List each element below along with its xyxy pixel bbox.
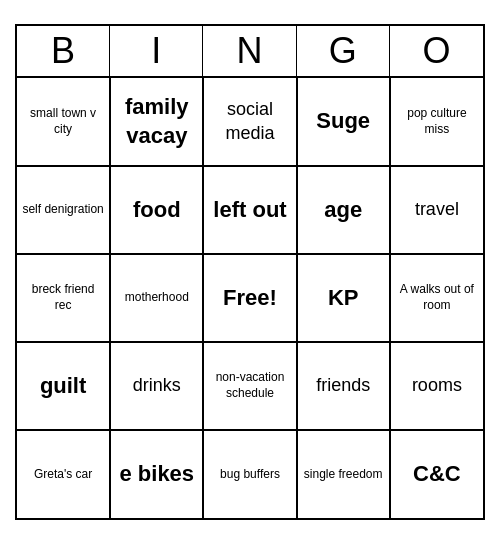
header-letter: O xyxy=(390,26,483,76)
bingo-cell: Greta's car xyxy=(17,430,110,518)
bingo-card: BINGO small town v cityfamily vacaysocia… xyxy=(15,24,485,520)
bingo-cell: friends xyxy=(297,342,390,430)
header-letter: B xyxy=(17,26,110,76)
bingo-cell: travel xyxy=(390,166,483,254)
bingo-cell: drinks xyxy=(110,342,203,430)
bingo-cell: motherhood xyxy=(110,254,203,342)
header-letter: I xyxy=(110,26,203,76)
bingo-cell: Free! xyxy=(203,254,296,342)
bingo-cell: left out xyxy=(203,166,296,254)
bingo-cell: breck friend rec xyxy=(17,254,110,342)
bingo-cell: pop culture miss xyxy=(390,78,483,166)
bingo-cell: food xyxy=(110,166,203,254)
bingo-cell: A walks out of room xyxy=(390,254,483,342)
bingo-cell: single freedom xyxy=(297,430,390,518)
bingo-cell: KP xyxy=(297,254,390,342)
bingo-cell: non-vacation schedule xyxy=(203,342,296,430)
bingo-cell: Suge xyxy=(297,78,390,166)
bingo-cell: guilt xyxy=(17,342,110,430)
bingo-cell: family vacay xyxy=(110,78,203,166)
bingo-cell: small town v city xyxy=(17,78,110,166)
bingo-cell: self denigration xyxy=(17,166,110,254)
bingo-cell: e bikes xyxy=(110,430,203,518)
header-letter: N xyxy=(203,26,296,76)
bingo-cell: social media xyxy=(203,78,296,166)
bingo-header: BINGO xyxy=(17,26,483,78)
header-letter: G xyxy=(297,26,390,76)
bingo-cell: age xyxy=(297,166,390,254)
bingo-grid: small town v cityfamily vacaysocial medi… xyxy=(17,78,483,518)
bingo-cell: bug buffers xyxy=(203,430,296,518)
bingo-cell: rooms xyxy=(390,342,483,430)
bingo-cell: C&C xyxy=(390,430,483,518)
